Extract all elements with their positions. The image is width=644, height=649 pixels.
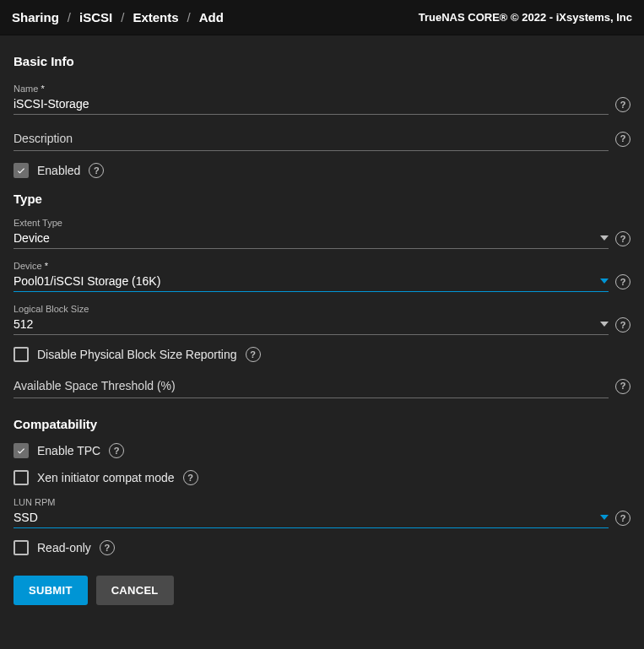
enabled-label: Enabled: [37, 164, 80, 177]
readonly-label: Read-only: [37, 541, 91, 554]
field-name: Name * ?: [14, 84, 630, 115]
help-icon[interactable]: ?: [615, 132, 630, 147]
topbar: Sharing / iSCSI / Extents / Add TrueNAS …: [0, 0, 644, 35]
breadcrumb-sep: /: [68, 10, 71, 24]
help-icon[interactable]: ?: [183, 470, 198, 485]
field-device: Device * Pool01/iSCSI Storage (16K) ?: [14, 261, 630, 292]
field-enable-tpc: Enable TPC ?: [14, 443, 630, 458]
chevron-down-icon: [600, 234, 609, 242]
field-lunrpm: LUN RPM SSD ?: [14, 497, 630, 528]
name-input[interactable]: [14, 97, 609, 111]
device-select[interactable]: Pool01/iSCSI Storage (16K): [14, 272, 609, 292]
label-lunrpm: LUN RPM: [14, 497, 630, 507]
copyright-text: TrueNAS CORE® © 2022 - iXsystems, Inc: [419, 11, 632, 24]
help-icon[interactable]: ?: [615, 97, 630, 112]
help-icon[interactable]: ?: [89, 163, 104, 178]
help-icon[interactable]: ?: [615, 231, 630, 246]
enable-tpc-label: Enable TPC: [37, 444, 100, 457]
field-enabled: Enabled ?: [14, 163, 630, 178]
section-title-compat: Compatability: [14, 417, 630, 431]
enabled-checkbox[interactable]: [14, 163, 29, 178]
field-extent-type: Extent Type Device ?: [14, 218, 630, 249]
label-device: Device *: [14, 261, 630, 271]
extent-type-select[interactable]: Device: [14, 229, 609, 249]
field-lbs: Logical Block Size 512 ?: [14, 304, 630, 335]
chevron-down-icon: [600, 320, 609, 328]
lunrpm-select[interactable]: SSD: [14, 508, 609, 528]
submit-button[interactable]: SUBMIT: [14, 576, 88, 605]
help-icon[interactable]: ?: [615, 274, 630, 289]
breadcrumb-sep: /: [187, 10, 191, 24]
chevron-down-icon: [600, 513, 609, 522]
label-name: Name *: [14, 84, 630, 94]
breadcrumb: Sharing / iSCSI / Extents / Add: [12, 10, 224, 24]
lbs-select[interactable]: 512: [14, 315, 609, 335]
field-readonly: Read-only ?: [14, 540, 630, 555]
cancel-button[interactable]: CANCEL: [96, 576, 174, 605]
field-xen: Xen initiator compat mode ?: [14, 470, 630, 485]
threshold-input[interactable]: Available Space Threshold (%): [14, 374, 609, 398]
field-disable-pbs: Disable Physical Block Size Reporting ?: [14, 347, 630, 362]
label-lbs: Logical Block Size: [14, 304, 630, 314]
breadcrumb-sep: /: [121, 10, 124, 24]
button-row: SUBMIT CANCEL: [14, 576, 630, 605]
chevron-down-icon: [600, 277, 609, 285]
description-input[interactable]: Description: [14, 127, 609, 151]
field-threshold: Available Space Threshold (%) ?: [14, 374, 630, 398]
field-description: Description ?: [14, 127, 630, 151]
disable-pbs-label: Disable Physical Block Size Reporting: [37, 348, 237, 361]
disable-pbs-checkbox[interactable]: [14, 347, 29, 362]
readonly-checkbox[interactable]: [14, 540, 29, 555]
page-body: Basic Info Name * ? Description ? Enable…: [0, 35, 644, 649]
input-wrap-name[interactable]: [14, 95, 609, 115]
enable-tpc-checkbox[interactable]: [14, 443, 29, 458]
xen-checkbox[interactable]: [14, 470, 29, 485]
help-icon[interactable]: ?: [109, 443, 124, 458]
breadcrumb-add[interactable]: Add: [199, 10, 224, 24]
help-icon[interactable]: ?: [615, 379, 630, 394]
xen-label: Xen initiator compat mode: [37, 471, 175, 484]
breadcrumb-extents[interactable]: Extents: [133, 10, 178, 24]
help-icon[interactable]: ?: [615, 511, 630, 526]
label-extent-type: Extent Type: [14, 218, 630, 228]
section-title-basic: Basic Info: [14, 54, 630, 68]
breadcrumb-sharing[interactable]: Sharing: [12, 10, 59, 24]
help-icon[interactable]: ?: [100, 540, 115, 555]
breadcrumb-iscsi[interactable]: iSCSI: [79, 10, 112, 24]
help-icon[interactable]: ?: [246, 347, 261, 362]
help-icon[interactable]: ?: [615, 317, 630, 333]
section-title-type: Type: [14, 192, 630, 206]
